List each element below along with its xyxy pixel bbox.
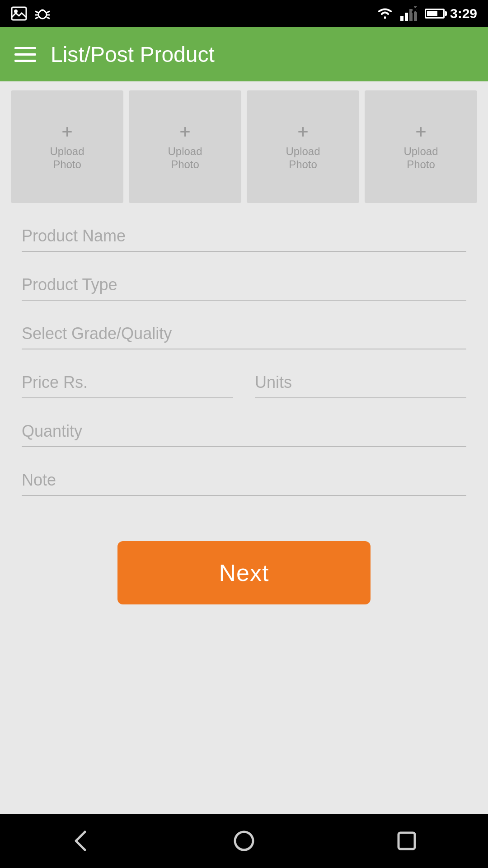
home-icon [231,828,257,854]
upload-plus-icon-2: + [179,123,191,142]
grade-quality-field [22,319,466,349]
svg-point-2 [38,10,47,19]
svg-line-5 [35,17,38,19]
product-name-input[interactable] [22,221,466,252]
status-bar: 3:29 [0,0,488,27]
status-bar-right-icons: 3:29 [376,5,477,22]
svg-line-8 [47,17,50,19]
product-type-field [22,270,466,301]
grade-quality-input[interactable] [22,319,466,349]
status-time: 3:29 [450,6,477,21]
svg-point-15 [235,832,253,850]
units-input[interactable] [255,368,466,398]
upload-photo-4[interactable]: + UploadPhoto [365,90,477,203]
upload-plus-icon-1: + [61,123,73,142]
quantity-field [22,416,466,447]
price-field [22,368,233,398]
upload-label-3: UploadPhoto [286,145,320,171]
recent-nav-button[interactable] [394,828,419,854]
back-nav-button[interactable] [69,828,94,854]
svg-rect-11 [409,9,413,21]
upload-plus-icon-3: + [297,123,309,142]
next-button[interactable]: Next [117,541,371,604]
upload-plus-icon-4: + [415,123,427,142]
price-units-row [22,368,466,398]
svg-line-3 [35,11,38,13]
home-nav-button[interactable] [231,828,257,854]
page-title: List/Post Product [51,42,215,67]
recent-icon [394,828,419,854]
upload-label-2: UploadPhoto [168,145,202,171]
back-icon [69,828,94,854]
note-field [22,465,466,496]
product-type-input[interactable] [22,270,466,301]
upload-photo-3[interactable]: + UploadPhoto [247,90,359,203]
main-content: + UploadPhoto + UploadPhoto + UploadPhot… [0,81,488,623]
svg-rect-16 [399,833,415,849]
svg-line-6 [47,11,50,13]
header: List/Post Product [0,27,488,81]
upload-section: + UploadPhoto + UploadPhoto + UploadPhot… [0,81,488,212]
wifi-icon [376,6,394,21]
menu-button[interactable] [14,47,36,62]
bug-icon [34,5,51,22]
svg-rect-9 [400,16,404,21]
product-name-field [22,221,466,252]
signal-icon [399,5,419,22]
battery-icon [425,9,445,19]
image-icon [11,5,27,22]
quantity-input[interactable] [22,416,466,447]
upload-label-4: UploadPhoto [404,145,438,171]
price-input[interactable] [22,368,233,398]
nav-bar [0,814,488,868]
upload-label-1: UploadPhoto [50,145,84,171]
svg-rect-0 [12,7,26,20]
units-field [255,368,466,398]
form-section [0,212,488,532]
upload-photo-1[interactable]: + UploadPhoto [11,90,123,203]
svg-rect-10 [405,13,408,21]
note-input[interactable] [22,465,466,496]
upload-photo-2[interactable]: + UploadPhoto [129,90,241,203]
next-button-container: Next [0,541,488,604]
status-bar-left-icons [11,5,51,22]
